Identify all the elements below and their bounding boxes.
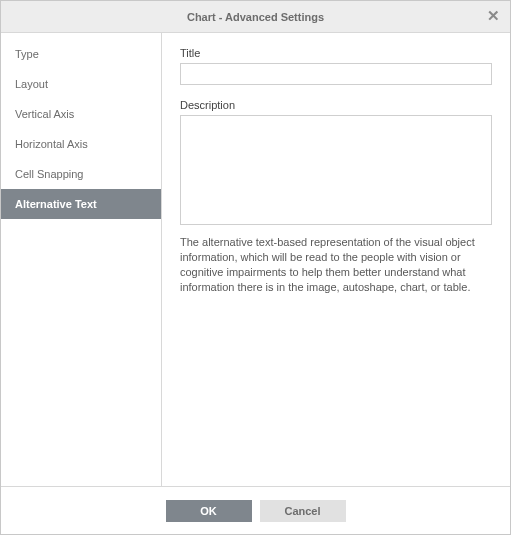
- chart-advanced-settings-dialog: Chart - Advanced Settings ✕ Type Layout …: [0, 0, 511, 535]
- dialog-footer: OK Cancel: [1, 486, 510, 534]
- close-button[interactable]: ✕: [482, 5, 504, 27]
- cancel-button-label: Cancel: [284, 505, 320, 517]
- sidebar-item-vertical-axis[interactable]: Vertical Axis: [1, 99, 161, 129]
- settings-content: Title Description The alternative text-b…: [162, 33, 510, 486]
- sidebar-item-label: Horizontal Axis: [15, 138, 88, 150]
- sidebar-item-horizontal-axis[interactable]: Horizontal Axis: [1, 129, 161, 159]
- sidebar-item-label: Cell Snapping: [15, 168, 84, 180]
- cancel-button[interactable]: Cancel: [260, 500, 346, 522]
- dialog-body: Type Layout Vertical Axis Horizontal Axi…: [1, 33, 510, 486]
- sidebar-item-type[interactable]: Type: [1, 39, 161, 69]
- alt-text-help: The alternative text-based representatio…: [180, 235, 492, 295]
- dialog-titlebar: Chart - Advanced Settings ✕: [1, 1, 510, 33]
- ok-button[interactable]: OK: [166, 500, 252, 522]
- sidebar-item-label: Type: [15, 48, 39, 60]
- sidebar-item-cell-snapping[interactable]: Cell Snapping: [1, 159, 161, 189]
- sidebar-item-alternative-text[interactable]: Alternative Text: [1, 189, 161, 219]
- sidebar-item-label: Layout: [15, 78, 48, 90]
- title-label: Title: [180, 47, 492, 59]
- dialog-title: Chart - Advanced Settings: [187, 11, 324, 23]
- settings-sidebar: Type Layout Vertical Axis Horizontal Axi…: [1, 33, 162, 486]
- description-label: Description: [180, 99, 492, 111]
- description-textarea[interactable]: [180, 115, 492, 225]
- close-icon: ✕: [487, 7, 500, 25]
- title-input[interactable]: [180, 63, 492, 85]
- sidebar-item-label: Vertical Axis: [15, 108, 74, 120]
- sidebar-item-layout[interactable]: Layout: [1, 69, 161, 99]
- ok-button-label: OK: [200, 505, 217, 517]
- sidebar-item-label: Alternative Text: [15, 198, 97, 210]
